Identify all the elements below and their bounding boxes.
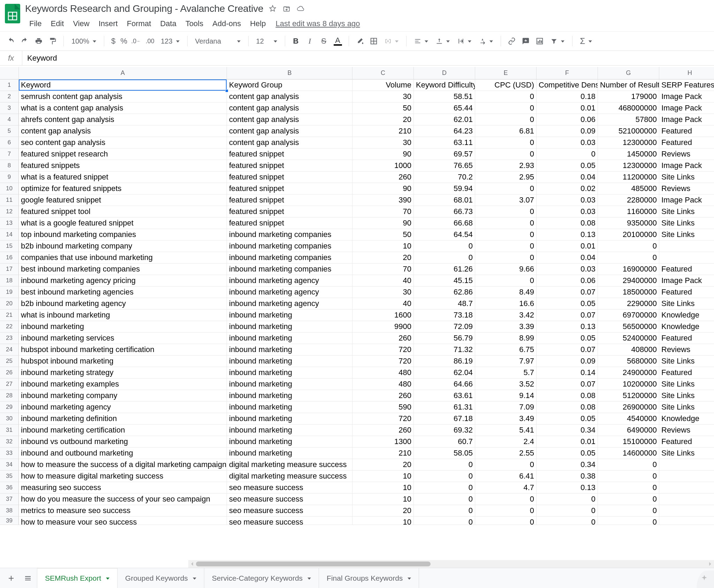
decrease-decimal-button[interactable]: .0← <box>129 35 143 48</box>
chevron-down-icon[interactable] <box>193 578 196 580</box>
cell[interactable]: 20 <box>352 114 414 125</box>
row-header[interactable]: 29 <box>0 402 19 413</box>
cell[interactable]: 0.06 <box>537 275 598 287</box>
table-row[interactable]: inbound marketing agency pricinginbound … <box>19 275 714 287</box>
cell[interactable]: 58.51 <box>414 91 475 102</box>
cell[interactable]: Site Links <box>659 217 714 229</box>
cell[interactable]: 0 <box>414 471 475 482</box>
row-header[interactable]: 33 <box>0 448 19 459</box>
table-row[interactable]: semrush content gap analysiscontent gap … <box>19 91 714 102</box>
table-row[interactable]: inbound marketing certificationinbound m… <box>19 425 714 436</box>
cell[interactable]: metrics to measure seo success <box>19 505 227 517</box>
cell[interactable]: 0 <box>475 252 537 264</box>
cell[interactable]: 6490000 <box>598 425 659 436</box>
cell[interactable]: Featured <box>659 436 714 448</box>
cell[interactable]: 3.49 <box>475 413 537 425</box>
cell[interactable]: 69700000 <box>598 310 659 321</box>
cell[interactable]: 0 <box>414 505 475 517</box>
cell[interactable]: 0 <box>475 148 537 160</box>
cell[interactable]: featured snippet tool <box>19 206 227 217</box>
cell[interactable]: 2290000 <box>598 298 659 310</box>
cell[interactable]: inbound marketing <box>227 379 352 390</box>
cell[interactable]: 260 <box>352 425 414 436</box>
cell[interactable]: 0 <box>598 505 659 517</box>
cell[interactable]: 0.03 <box>537 194 598 206</box>
format-currency-button[interactable]: $ <box>108 35 118 48</box>
cell[interactable]: 0.03 <box>537 264 598 275</box>
cell[interactable]: 485000 <box>598 183 659 194</box>
cell[interactable]: what is a featured snippet <box>19 171 227 183</box>
cell[interactable]: 11200000 <box>598 171 659 183</box>
row-header[interactable]: 10 <box>0 183 19 194</box>
cell[interactable]: hubspot inbound marketing <box>19 356 227 367</box>
cell[interactable]: 0 <box>537 505 598 517</box>
cell[interactable]: 2280000 <box>598 194 659 206</box>
cell[interactable]: 0.13 <box>537 321 598 333</box>
cell[interactable]: content gap analysis <box>19 125 227 137</box>
row-header[interactable]: 28 <box>0 390 19 402</box>
row-header[interactable]: 20 <box>0 298 19 310</box>
cell[interactable]: 50 <box>352 102 414 114</box>
cell[interactable]: content gap analysis <box>227 114 352 125</box>
cell[interactable] <box>659 482 714 494</box>
cell[interactable]: 3.07 <box>475 194 537 206</box>
cell[interactable]: best inbound marketing companies <box>19 264 227 275</box>
cell[interactable] <box>659 459 714 471</box>
cell[interactable]: digital marketing measure success <box>227 471 352 482</box>
sheet-tab[interactable]: SEMRush Export <box>37 568 117 588</box>
cell[interactable]: digital marketing measure success <box>227 459 352 471</box>
cell[interactable]: inbound marketing <box>227 402 352 413</box>
cell[interactable]: 9.14 <box>475 390 537 402</box>
cell[interactable]: inbound and outbound marketing <box>19 448 227 459</box>
menu-file[interactable]: File <box>25 18 46 29</box>
cell[interactable]: 24900000 <box>598 367 659 379</box>
cell[interactable]: 0 <box>598 482 659 494</box>
cell[interactable]: 0.07 <box>537 344 598 356</box>
cell[interactable]: 0.05 <box>537 298 598 310</box>
cell[interactable]: 0 <box>598 459 659 471</box>
cell[interactable]: inbound marketing definition <box>19 413 227 425</box>
table-row[interactable]: companies that use inbound marketinginbo… <box>19 252 714 264</box>
cell[interactable]: 15100000 <box>598 436 659 448</box>
menu-data[interactable]: Data <box>156 18 180 29</box>
cell[interactable]: 29400000 <box>598 275 659 287</box>
row-header[interactable]: 24 <box>0 344 19 356</box>
cell[interactable]: 52400000 <box>598 333 659 344</box>
table-row[interactable]: best inbound marketing agenciesinbound m… <box>19 287 714 298</box>
cell[interactable]: google featured snippet <box>19 194 227 206</box>
cell[interactable]: how to measure digital marketing success <box>19 471 227 482</box>
cell[interactable]: 3.39 <box>475 321 537 333</box>
table-row[interactable]: hubspot inbound marketing certificationi… <box>19 344 714 356</box>
table-row[interactable]: inbound marketing agencyinbound marketin… <box>19 402 714 413</box>
col-header-F[interactable]: F <box>537 67 598 79</box>
cell[interactable]: 0 <box>475 102 537 114</box>
cell[interactable]: inbound marketing companies <box>227 229 352 240</box>
all-sheets-button[interactable] <box>20 571 36 586</box>
cell[interactable]: 12300000 <box>598 160 659 171</box>
undo-icon[interactable] <box>4 35 17 48</box>
cell[interactable]: 71.32 <box>414 344 475 356</box>
row-header[interactable]: 35 <box>0 471 19 482</box>
cell[interactable]: 10 <box>352 471 414 482</box>
col-header-C[interactable]: C <box>352 67 414 79</box>
cell[interactable] <box>659 240 714 252</box>
row-header[interactable]: 26 <box>0 367 19 379</box>
menu-tools[interactable]: Tools <box>181 18 207 29</box>
redo-icon[interactable] <box>18 35 31 48</box>
cell[interactable]: 72.09 <box>414 321 475 333</box>
cell[interactable]: content gap analysis <box>227 91 352 102</box>
cell[interactable]: 0.38 <box>537 471 598 482</box>
cell[interactable]: 0 <box>414 252 475 264</box>
cell[interactable]: 7.09 <box>475 402 537 413</box>
move-icon[interactable] <box>282 4 291 13</box>
row-header[interactable]: 5 <box>0 125 19 137</box>
cell[interactable]: Featured <box>659 137 714 148</box>
table-row[interactable]: b2b inbound marketing companyinbound mar… <box>19 240 714 252</box>
menu-help[interactable]: Help <box>246 18 270 29</box>
cell[interactable]: inbound marketing <box>227 356 352 367</box>
cell[interactable]: inbound marketing certification <box>19 425 227 436</box>
font-size-dropdown[interactable]: 12 <box>253 35 281 48</box>
cell[interactable]: seo measure success <box>227 482 352 494</box>
cell[interactable]: 56.79 <box>414 333 475 344</box>
cell[interactable]: best inbound marketing agencies <box>19 287 227 298</box>
